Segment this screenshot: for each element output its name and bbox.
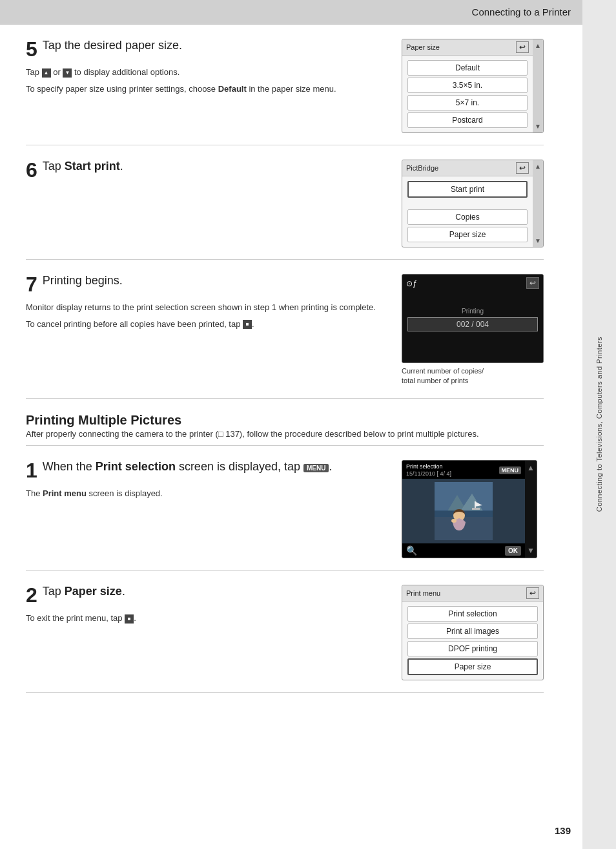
back-icon3: ↩ [526,277,539,289]
dpof-printing-item[interactable]: DPOF printing [407,641,538,656]
step-2b-left: 2 Tap Paper size. To exit the print menu… [26,585,389,629]
ok-button[interactable]: OK [505,546,521,556]
page-header: Connecting to a Printer [0,0,616,25]
back-icon: ↩ [516,41,529,53]
camera-top-bar: Print selection 15/11/2010 [ 4/ 4] MENU [402,461,525,479]
exit-icon: ■ [125,614,134,624]
camera-image-area [402,479,525,543]
step-5-title-text: Tap the desired paper size. [43,39,182,52]
print-menu-main: Print menu ↩ Print selection Print all i… [402,585,543,680]
step-2b-section: 2 Tap Paper size. To exit the print menu… [26,571,544,693]
step-6-section: 6 Tap Start print. PictBridge ↩ Start pr… [26,145,544,260]
step-5-line2: To specify paper size using printer sett… [26,83,389,96]
zoom-icon: 🔍 [406,545,417,556]
side-arrow-down: ▼ [527,546,535,555]
step-1b-left: 1 When the Print selection screen is dis… [26,460,389,504]
printing-screen-box: ⊙ƒ ↩ Printing 002 / 004 [402,274,544,363]
start-print-item[interactable]: Start print [407,181,528,198]
back-icon4: ↩ [526,587,539,599]
printing-progress: 002 / 004 [407,317,538,331]
print-menu-body: Print selection Print all images DPOF pr… [402,602,543,680]
down-arrow-icon: ▼ [63,68,72,78]
menu-btn-icon: MENU [303,464,329,472]
main-content: 5 Tap the desired paper size. Tap ▲ or ▼… [0,25,582,693]
camera-screen-wrapper: Print selection 15/11/2010 [ 4/ 4] MENU [402,461,537,558]
step-1b-line1: The Print menu screen is displayed. [26,487,389,500]
screen-caption: Current number of copies/total number of… [402,366,544,386]
screen-main: Paper size ↩ Default 3.5×5 in. 5×7 in. P… [402,39,533,132]
step-6-left: 6 Tap Start print. [26,160,389,187]
printing-multiple-section: Printing Multiple Pictures After properl… [26,413,544,441]
print-all-images-item[interactable]: Print all images [407,624,538,639]
menu-item-default[interactable]: Default [407,60,528,76]
pictbridge-body: Start print Copies Paper size [402,176,533,247]
cancel-icon: ■ [243,320,252,329]
step-1b-screen: Print selection 15/11/2010 [ 4/ 4] MENU [402,460,544,558]
camera-side-controls: ▲ ▼ [525,461,537,558]
header-title: Connecting to a Printer [472,6,571,17]
camera-screen-inner: Print selection 15/11/2010 [ 4/ 4] MENU [402,461,525,558]
step-7-line2: To cancel printing before all copies hav… [26,318,389,331]
step-2b-title: 2 Tap Paper size. [26,585,389,605]
screen-title: Paper size [406,43,440,51]
print-menu-title: Print menu [406,589,440,597]
scroll-up: ▲ [535,42,541,49]
step-7-left: 7 Printing begins. Monitor display retur… [26,274,389,334]
step-5-section: 5 Tap the desired paper size. Tap ▲ or ▼… [26,25,544,145]
scroll-bar2: ▲ ▼ [533,160,543,247]
step-5-title: 5 Tap the desired paper size. [26,39,389,59]
scroll-bar: ▲ ▼ [533,39,543,132]
step-6-title: 6 Tap Start print. [26,160,389,180]
screen-body: Default 3.5×5 in. 5×7 in. Postcard [402,56,533,132]
pictbridge-main: PictBridge ↩ Start print Copies Paper si… [402,160,533,247]
menu-item-35x5[interactable]: 3.5×5 in. [407,78,528,93]
step-1b-number: 1 [26,460,37,481]
step-5-body: Tap ▲ or ▼ to display additional options… [26,66,389,95]
printing-label: Printing [407,308,538,315]
step-1b-title: 1 When the Print selection screen is dis… [26,460,389,481]
screen-with-scroll: Paper size ↩ Default 3.5×5 in. 5×7 in. P… [402,39,543,132]
spacer [406,200,529,207]
step-1b-title-text: When the Print selection screen is displ… [43,460,333,473]
print-menu-header: Print menu ↩ [402,585,543,602]
print-selection-label: Print selection [406,463,443,470]
up-arrow-icon: ▲ [42,68,51,78]
print-menu-scroll: Print menu ↩ Print selection Print all i… [402,585,543,680]
pictbridge-screen: PictBridge ↩ Start print Copies Paper si… [402,160,544,247]
page-number: 139 [555,825,571,836]
step-1b-body: The Print menu screen is displayed. [26,487,389,500]
camera-date: 15/11/2010 [ 4/ 4] [406,470,451,477]
scroll-down: ▼ [535,123,541,130]
step-6-title-text: Tap Start print. [43,160,123,173]
step-5-number: 5 [26,39,37,59]
paper-size-menu-item[interactable]: Paper size [407,658,538,675]
step-5-line1: Tap ▲ or ▼ to display additional options… [26,66,389,79]
step-7-screen: ⊙ƒ ↩ Printing 002 / 004 Current number o… [402,274,544,386]
sidebar-label: Connecting to Televisions, Computers and… [582,0,616,849]
svg-rect-6 [472,508,480,510]
camera-print-screen: Print selection 15/11/2010 [ 4/ 4] MENU [402,460,537,558]
print-selection-menu-item[interactable]: Print selection [407,606,538,622]
step-7-number: 7 [26,274,37,295]
svg-point-9 [451,519,457,523]
pictbridge-header: PictBridge ↩ [402,160,533,176]
pictbridge-title: PictBridge [406,164,438,172]
camera-menu-btn: MENU [499,466,522,474]
print-menu-screen: Print menu ↩ Print selection Print all i… [402,585,544,680]
camera-bottom-controls: 🔍 OK [402,543,525,558]
step-1b-section: 1 When the Print selection screen is dis… [26,446,544,571]
menu-btn2[interactable]: MENU [499,466,522,474]
menu-item-5x7[interactable]: 5×7 in. [407,95,528,110]
screen-header: Paper size ↩ [402,39,533,56]
copies-item[interactable]: Copies [407,209,528,225]
step-7-line1: Monitor display returns to the print sel… [26,301,389,314]
menu-item-postcard[interactable]: Postcard [407,112,528,128]
camera-icons: ⊙ƒ [406,278,417,288]
step-5-left: 5 Tap the desired paper size. Tap ▲ or ▼… [26,39,389,99]
printing-area: Printing 002 / 004 [402,291,543,362]
section-description: After properly connecting the camera to … [26,428,544,441]
paper-size-item[interactable]: Paper size [407,227,528,242]
step-7-body: Monitor display returns to the print sel… [26,301,389,330]
scroll-up2: ▲ [535,163,541,170]
step-7-title-text: Printing begins. [43,274,123,287]
